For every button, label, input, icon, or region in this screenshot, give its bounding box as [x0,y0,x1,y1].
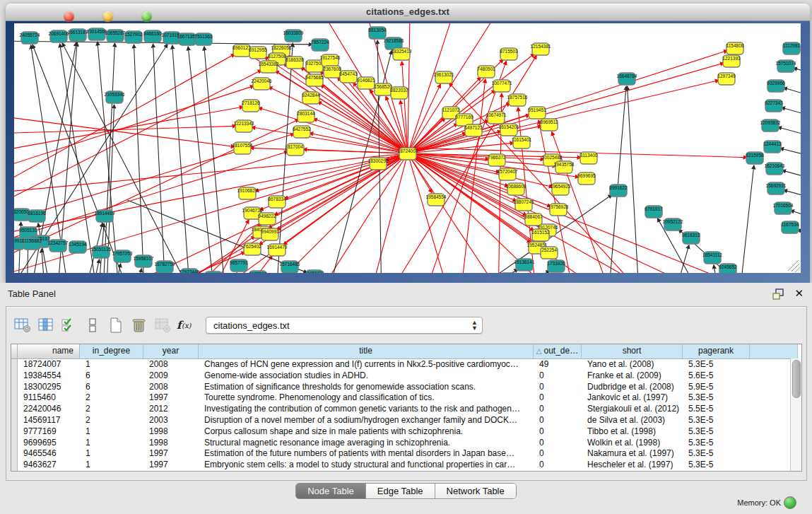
graph-node[interactable]: 1345194 [69,241,87,253]
graph-node[interactable]: 9227343 [765,100,783,112]
graph-node[interactable]: 23014566 [87,28,107,40]
table-cell[interactable]: 5.3E-5 [683,392,750,404]
graph-node[interactable]: 16136141 [514,259,535,271]
table-cell[interactable]: 9699695 [18,438,80,449]
table-cell[interactable]: 18300295 [18,382,80,393]
table-cell[interactable]: 0 [534,404,582,415]
graph-node[interactable]: 9699695 [577,173,596,185]
graph-node[interactable]: 9616312 [682,232,700,244]
graph-node[interactable]: 9475685 [305,74,324,86]
graph-edge-black[interactable] [784,88,801,103]
table-row[interactable]: 1830029562008Estimation of significance … [11,382,801,393]
scrollbar-thumb[interactable] [792,360,801,398]
graph-node[interactable]: 18325419 [392,48,412,60]
graph-node[interactable]: 9146821 [357,77,375,89]
graph-node[interactable]: 22420046 [252,78,272,90]
network-canvas[interactable]: 2405572420691406166131872301456610655287… [14,23,801,273]
graph-node[interactable]: 7511363 [195,33,213,45]
graph-edge-black[interactable] [739,165,754,273]
graph-node[interactable]: 15692931 [766,182,787,194]
table-row[interactable]: 1872400712008Changes of HCN gene express… [11,359,801,370]
table-cell[interactable]: 0 [534,370,582,382]
import-table-icon[interactable] [151,315,174,336]
graph-node[interactable]: 2367608 [323,66,341,78]
graph-node[interactable]: 9177012 [249,271,267,273]
graph-node[interactable]: 16541112 [702,252,722,264]
table-cell[interactable]: Disruption of a novel member of a sodium… [199,415,534,426]
table-cell[interactable]: 14569117 [18,415,80,426]
graph-node[interactable]: 15751074 [776,60,796,72]
column-header-year[interactable]: year [143,344,199,358]
table-cell[interactable]: Embryonic stem cells: a model to study s… [199,460,534,471]
table-row[interactable]: 2242004622012Investigating the contribut… [11,404,801,415]
graph-node[interactable]: 18300295 [368,158,389,170]
graph-node[interactable]: 12154381 [531,43,551,55]
graph-node[interactable]: 6791917 [645,206,663,218]
column-header-short[interactable]: short [582,344,683,358]
table-cell[interactable]: Estimation of the future numbers of pati… [199,448,534,460]
graph-edge-black[interactable] [62,43,198,273]
graph-node[interactable]: 16782759 [155,261,175,273]
graph-node[interactable]: 1615152 [531,229,550,241]
graph-node[interactable]: 8454743 [339,71,358,83]
table-cell[interactable]: 1997 [143,448,199,460]
table-cell[interactable]: 2008 [143,382,199,393]
graph-node[interactable]: 9940991 [261,228,279,240]
graph-edge-black[interactable] [134,269,141,273]
graph-edge-red[interactable] [408,50,728,153]
graph-node[interactable]: 8969511 [541,119,558,131]
table-cell[interactable]: 5.3E-5 [683,359,750,370]
graph-node[interactable]: 15958107 [134,255,154,267]
table-row[interactable]: 969969511998Structural magnetic resonanc… [11,438,801,449]
graph-node[interactable]: 16648784 [617,73,637,85]
table-cell[interactable]: 5.3E-5 [683,426,750,438]
graph-node[interactable]: 3113400 [580,152,598,164]
graph-node[interactable]: 8912955 [249,47,267,59]
table-cell[interactable]: 2009 [143,370,199,382]
graph-node[interactable]: 1244413 [763,141,782,153]
table-cell[interactable]: 19384554 [18,370,80,382]
graph-node[interactable]: 7480501 [477,66,495,78]
table-cell[interactable]: 5.5E-5 [683,404,750,415]
table-cell[interactable]: 2003 [143,415,199,426]
graph-node[interactable]: 1297349 [717,73,736,85]
table-cell[interactable]: 0 [534,460,582,471]
table-cell[interactable]: 1 [80,448,143,460]
graph-node[interactable]: 18107554 [233,142,253,154]
graph-node[interactable]: 1154808 [726,42,744,54]
table-cell[interactable]: 0 [534,448,582,460]
delete-table-icon[interactable] [127,315,151,336]
graph-node[interactable]: 252254 [541,247,558,259]
table-cell[interactable]: 2 [80,404,143,415]
graph-node[interactable]: 15720407 [498,168,518,180]
table-cell[interactable]: 1997 [143,392,199,404]
vertical-scrollbar[interactable] [790,358,801,471]
table-row[interactable]: 1456911722003Disruption of a novel membe… [11,415,801,426]
graph-node[interactable]: 12213343 [234,120,254,132]
graph-node[interactable]: 2718126 [242,100,260,112]
table-cell[interactable]: Corpus callosum shape and size in male p… [199,426,534,438]
table-cell[interactable]: Jankovic et al. (1997) [582,392,683,404]
graph-edge-red[interactable] [408,84,440,153]
graph-node[interactable]: 24055724 [20,32,40,44]
graph-node[interactable]: 19756928 [548,204,569,216]
graph-edge-black[interactable] [172,45,191,273]
graph-node[interactable]: 8427552 [293,126,311,138]
table-cell[interactable]: 0 [534,415,582,426]
graph-node[interactable]: 7986372 [488,154,506,166]
graph-node[interactable]: 16613187 [68,29,88,41]
table-cell[interactable]: 0 [534,438,582,449]
graph-node[interactable]: 7857224 [311,39,329,51]
table-cell[interactable]: de Silva et al. (2003) [582,415,683,426]
table-cell[interactable]: 1 [80,426,143,438]
column-header-out_de…[interactable]: △out_de… [534,344,582,358]
table-cell[interactable]: Hescheler et al. (1997) [582,460,683,471]
graph-node[interactable]: 8740123 [204,271,223,273]
table-cell[interactable]: Estimation of significance thresholds fo… [199,382,534,393]
graph-node[interactable]: 10655287 [105,30,126,42]
graph-node[interactable]: 21053346 [105,91,125,103]
table-cell[interactable]: 0 [534,382,582,393]
graph-edge-red[interactable] [14,153,408,273]
function-builder-icon[interactable]: f(x) [174,315,197,336]
graph-node[interactable]: 16033809 [283,30,304,42]
